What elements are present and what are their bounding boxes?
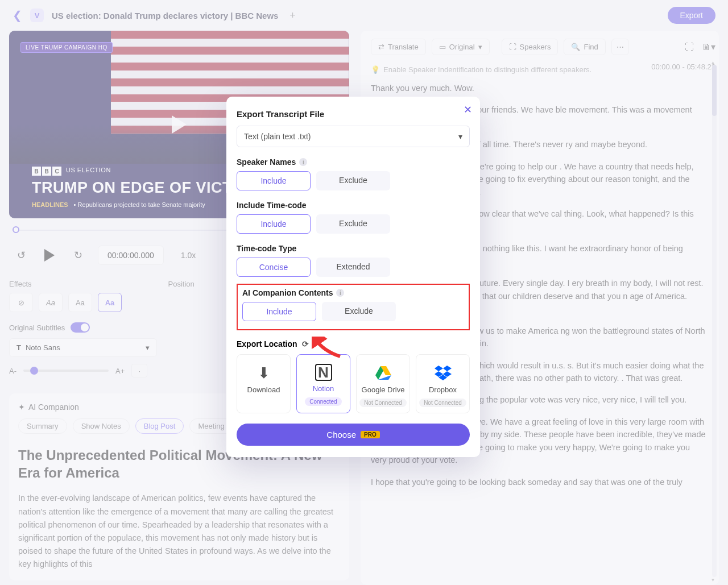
timecode-extended-button[interactable]: Extended [316,258,390,277]
gdrive-icon [375,364,391,382]
speaker-names-label: Speaker Names [237,157,296,167]
choose-button[interactable]: Choose PRO [237,424,470,446]
export-modal: ✕ Export Transcript File Text (plain tex… [226,97,480,457]
ai-include-button[interactable]: Include [242,302,316,321]
info-icon[interactable]: i [336,289,344,297]
notion-icon: N [315,364,332,381]
not-connected-badge: Not Connected [359,399,407,407]
timecode-label: Include Time-code [237,201,470,210]
refresh-icon[interactable]: ⟳ [302,339,309,348]
modal-title: Export Transcript File [237,109,470,119]
timecode-type-label: Time-code Type [237,244,470,253]
speaker-include-button[interactable]: Include [237,171,311,190]
export-location-label: Export Location [237,339,297,348]
ai-companion-highlight: AI Companion Contentsi Include Exclude [237,284,470,330]
timecode-concise-button[interactable]: Concise [237,258,311,277]
format-select[interactable]: Text (plain text .txt) ▾ [237,126,470,147]
svg-marker-4 [443,366,452,371]
location-download[interactable]: ⬇ Download [237,354,291,413]
location-gdrive[interactable]: Google Drive Not Connected [356,354,410,413]
timecode-include-button[interactable]: Include [237,214,311,234]
info-icon[interactable]: i [299,158,307,166]
modal-close-button[interactable]: ✕ [464,103,472,116]
ai-exclude-button[interactable]: Exclude [322,302,396,321]
dropbox-icon [435,364,452,382]
timecode-exclude-button[interactable]: Exclude [316,214,390,234]
ai-contents-label: AI Companion Contents [242,288,333,297]
download-icon: ⬇ [258,364,270,382]
location-dropbox[interactable]: Dropbox Not Connected [416,354,470,413]
connected-badge: Connected [305,397,341,406]
chevron-down-icon: ▾ [458,132,462,141]
pro-badge: PRO [361,431,380,438]
not-connected-badge: Not Connected [419,399,466,407]
location-notion[interactable]: N Notion Connected [296,354,350,413]
svg-marker-3 [435,366,443,371]
speaker-exclude-button[interactable]: Exclude [316,171,390,190]
